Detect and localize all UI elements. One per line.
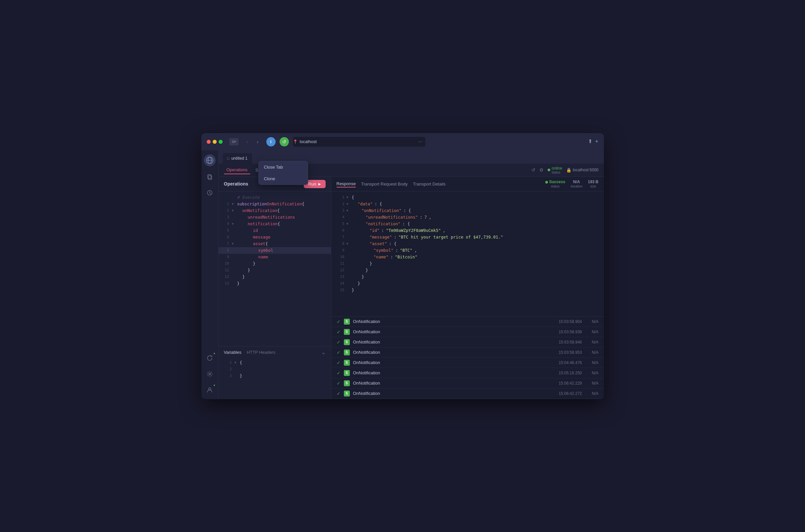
minimize-button[interactable] <box>213 140 217 144</box>
log-operation-name-5: OnNotification <box>353 370 556 375</box>
code-line-12: 12 } <box>219 273 331 280</box>
tab-transport-request-body[interactable]: Transport Request Body <box>361 181 407 187</box>
context-menu-close-tab[interactable]: Close Tab <box>259 161 308 173</box>
log-item-5[interactable]: ✓ S OnNotification 15:05:16.250 N/A <box>331 368 604 378</box>
tab-transport-details[interactable]: Transport Details <box>413 181 445 187</box>
size-value: 193 B <box>588 179 598 184</box>
log-size-6: N/A <box>586 381 599 385</box>
log-operation-name-1: OnNotification <box>353 329 556 334</box>
log-operation-name-6: OnNotification <box>353 381 556 385</box>
reload-icon[interactable]: ↺ <box>531 167 535 173</box>
log-time-5: 15:05:16.250 <box>558 371 582 375</box>
tab-untitled1[interactable]: □ untitled 1 <box>223 153 252 164</box>
tab-response[interactable]: Response <box>337 180 356 188</box>
operations-title: Operations <box>224 181 248 187</box>
vars-line-2: 2 <box>221 366 328 373</box>
refresh-button[interactable]: ↺ <box>280 137 289 147</box>
check-icon-6: ✓ <box>337 381 341 386</box>
tab-http-headers[interactable]: HTTP Headers <box>247 350 275 355</box>
log-size-2: N/A <box>586 340 599 344</box>
json-line-1: 1 ▼ { <box>331 194 604 201</box>
address-bar[interactable]: 📍 localhost ··· <box>293 137 425 147</box>
variables-editor[interactable]: 1 ▼ { 2 3 } <box>219 358 331 399</box>
check-icon-2: ✓ <box>337 340 341 345</box>
log-item-2[interactable]: ✓ S OnNotification 15:03:58.946 N/A <box>331 337 604 347</box>
code-line-5: 5 id <box>219 227 331 234</box>
tab-variables[interactable]: Variables <box>224 350 242 355</box>
vars-line-1: 1 ▼ { <box>221 359 328 366</box>
log-item-4[interactable]: ✓ S OnNotification 15:04:46.476 N/A <box>331 358 604 368</box>
info-button[interactable]: i <box>266 137 275 147</box>
check-icon-7: ✓ <box>337 391 341 396</box>
json-line-11: 11 } <box>331 260 604 267</box>
sidebar-item-settings[interactable] <box>205 369 215 379</box>
context-menu-clone[interactable]: Clone <box>259 173 308 185</box>
chevron-down-icon: ▾ <box>234 140 236 143</box>
json-line-12: 12 } <box>331 267 604 273</box>
collapse-icon[interactable]: ⌄ <box>321 349 326 356</box>
pin-icon: 📍 <box>293 139 298 144</box>
log-item-6[interactable]: ✓ S OnNotification 15:06:42.229 N/A <box>331 378 604 388</box>
host-text: localhost:5000 <box>573 168 598 172</box>
subscription-badge-1: S <box>344 329 350 335</box>
settings-icon-toolbar[interactable]: ⚙ <box>539 167 544 173</box>
log-item-0[interactable]: ✓ S OnNotification 15:03:58.904 N/A <box>331 317 604 327</box>
right-panel: Response Transport Request Body Transpor… <box>331 177 604 399</box>
log-size-7: N/A <box>586 391 599 396</box>
code-line-9: 9 name <box>219 254 331 260</box>
tab-operations[interactable]: Operations <box>224 166 250 174</box>
code-line-8: 8 symbol <box>219 247 331 254</box>
json-line-10: 10 "name" : "Bitcoin" <box>331 254 604 260</box>
log-item-1[interactable]: ✓ S OnNotification 15:03:58.938 N/A <box>331 327 604 337</box>
subscription-badge-0: S <box>344 319 350 325</box>
log-time-4: 15:04:46.476 <box>558 360 582 365</box>
sidebar-logo[interactable] <box>204 154 216 166</box>
code-line-4: 4 ▼ notification { <box>219 221 331 227</box>
json-line-14: 14 } <box>331 280 604 287</box>
toolbar-right: ↺ ⚙ online status 🔒 localhost:5000 <box>531 166 598 174</box>
log-operation-name-7: OnNotification <box>353 391 556 396</box>
titlebar-actions: ⬆ + <box>588 138 599 145</box>
json-line-9: 9 "symbol" : "BTC" , <box>331 247 604 254</box>
address-text: localhost <box>300 139 317 144</box>
close-button[interactable] <box>207 140 211 144</box>
log-size-5: N/A <box>586 371 599 375</box>
subscription-badge-4: S <box>344 360 350 366</box>
online-text: online <box>552 166 562 171</box>
log-item-3[interactable]: ✓ S OnNotification 15:03:58.953 N/A <box>331 347 604 358</box>
subscription-badge-2: S <box>344 339 350 345</box>
split-pane: Operations ≡ Run ▶ <box>219 177 604 399</box>
back-button[interactable]: ‹ <box>243 137 252 147</box>
host-indicator: 🔒 localhost:5000 <box>566 168 598 173</box>
json-line-15: 15 } <box>331 287 604 293</box>
left-panel: Operations ≡ Run ▶ <box>219 177 331 399</box>
tab-file-icon: □ <box>227 156 230 160</box>
code-line-10: 10 } <box>219 260 331 267</box>
check-icon-5: ✓ <box>337 370 341 376</box>
address-options-icon: ··· <box>418 139 425 145</box>
log-item-7[interactable]: ✓ S OnNotification 15:06:42.272 N/A <box>331 388 604 399</box>
variables-section: Variables HTTP Headers ⌄ 1 ▼ { 2 <box>219 346 331 399</box>
traffic-lights <box>207 140 223 144</box>
stat-status: Success status <box>545 179 566 188</box>
sidebar-item-history[interactable] <box>205 188 215 198</box>
code-line-3: 3 unreadNotifications <box>219 214 331 221</box>
share-icon[interactable]: ⬆ <box>588 138 592 145</box>
new-tab-icon[interactable]: + <box>595 138 599 145</box>
online-dot <box>548 169 550 171</box>
response-log: ✓ S OnNotification 15:03:58.904 N/A ✓ S … <box>331 316 604 399</box>
log-time-0: 15:03:58.904 <box>558 319 582 324</box>
sidebar-item-user[interactable] <box>205 385 215 395</box>
sidebar-toggle-button[interactable]: ⊟ ▾ <box>229 138 238 146</box>
editor-area: □ untitled 1 Close Tab Clone Operations … <box>219 150 604 399</box>
sidebar-item-copy[interactable] <box>205 172 215 182</box>
code-editor[interactable]: # Execute 1 ▼ subscription OnNotificatio… <box>219 191 331 346</box>
nav-buttons: ‹ › <box>243 137 262 147</box>
sidebar-item-sync[interactable] <box>205 353 215 363</box>
tab-label: untitled 1 <box>231 156 247 161</box>
maximize-button[interactable] <box>219 140 223 144</box>
response-stats: Success status N/A duration 193 B size <box>545 179 599 188</box>
context-menu: Close Tab Clone <box>258 161 308 185</box>
code-comment-execute: # Execute <box>219 194 331 201</box>
forward-button[interactable]: › <box>253 137 262 147</box>
